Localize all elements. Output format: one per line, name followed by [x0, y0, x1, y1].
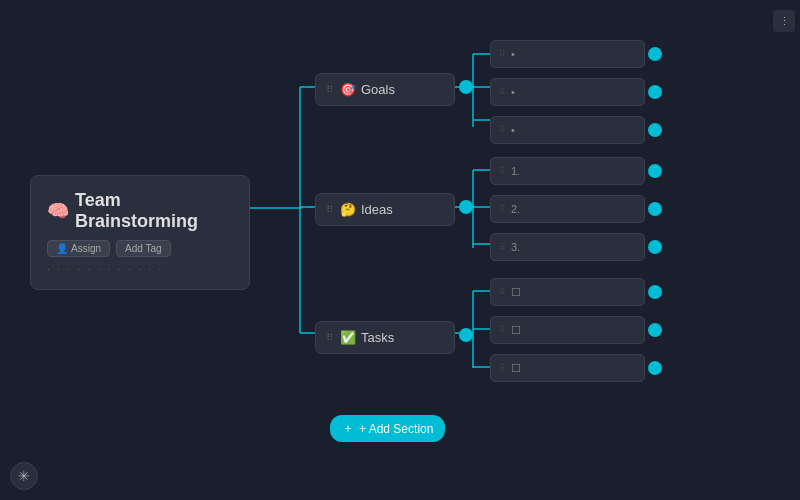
tasks-label: Tasks: [361, 330, 394, 345]
tasks-icon: ✅: [340, 330, 356, 345]
goals-label: Goals: [361, 82, 395, 97]
ideas-connector: [459, 200, 473, 214]
ideas-label: Ideas: [361, 202, 393, 217]
tasks-connector: [459, 328, 473, 342]
goals-child-3[interactable]: ⠿ •: [490, 116, 645, 144]
tasks-child-3[interactable]: ⠿ ☐: [490, 354, 645, 382]
goals-child-1-dot: [648, 47, 662, 61]
goals-child-2-dot: [648, 85, 662, 99]
drag-7: ⠿: [499, 287, 506, 297]
corner-icon: ⋮: [779, 15, 790, 28]
goals-item-3: •: [511, 124, 515, 136]
bottom-toolbar: ✳: [10, 462, 38, 490]
ideas-child-1-dot: [648, 164, 662, 178]
brain-icon: 🧠: [47, 200, 69, 222]
tasks-item-2: ☐: [511, 324, 521, 337]
ideas-icon: 🤔: [340, 202, 356, 217]
tasks-child-1-dot: [648, 285, 662, 299]
section-ideas[interactable]: ⠿ 🤔 Ideas: [315, 193, 455, 226]
drag-5: ⠿: [499, 204, 506, 214]
ideas-child-3[interactable]: ⠿ 3.: [490, 233, 645, 261]
root-dots: · · · · · · · · · · · ·: [47, 263, 233, 275]
tasks-item-3: ☐: [511, 362, 521, 375]
section-tasks[interactable]: ⠿ ✅ Tasks: [315, 321, 455, 354]
add-tag-label: Add Tag: [125, 243, 162, 254]
ideas-child-2[interactable]: ⠿ 2.: [490, 195, 645, 223]
drag-handle-goals: ⠿: [326, 84, 333, 95]
drag-handle-tasks: ⠿: [326, 332, 333, 343]
tasks-child-1[interactable]: ⠿ ☐: [490, 278, 645, 306]
add-tag-button[interactable]: Add Tag: [116, 240, 171, 257]
add-section-button[interactable]: ＋ + Add Section: [330, 415, 445, 442]
goals-item-1: •: [511, 48, 515, 60]
drag-2: ⠿: [499, 87, 506, 97]
root-actions: 👤 Assign Add Tag: [47, 240, 233, 257]
tasks-child-2-dot: [648, 323, 662, 337]
drag-8: ⠿: [499, 325, 506, 335]
drag-9: ⠿: [499, 363, 506, 373]
ideas-child-1[interactable]: ⠿ 1.: [490, 157, 645, 185]
section-goals[interactable]: ⠿ 🎯 Goals: [315, 73, 455, 106]
goals-child-3-dot: [648, 123, 662, 137]
ideas-child-3-dot: [648, 240, 662, 254]
tasks-child-3-dot: [648, 361, 662, 375]
ideas-item-1: 1.: [511, 165, 520, 177]
root-title: 🧠 Team Brainstorming: [47, 190, 233, 232]
sparkle-icon: ✳: [18, 468, 30, 484]
goals-child-1[interactable]: ⠿ •: [490, 40, 645, 68]
assign-icon: 👤: [56, 243, 68, 254]
ideas-child-2-dot: [648, 202, 662, 216]
root-title-text: Team Brainstorming: [75, 190, 233, 232]
canvas: 🧠 Team Brainstorming 👤 Assign Add Tag · …: [0, 0, 800, 500]
tasks-item-1: ☐: [511, 286, 521, 299]
add-section-icon: ＋: [342, 420, 354, 437]
goals-connector: [459, 80, 473, 94]
drag-handle-ideas: ⠿: [326, 204, 333, 215]
goals-icon: 🎯: [340, 82, 356, 97]
assign-label: Assign: [71, 243, 101, 254]
ideas-item-3: 3.: [511, 241, 520, 253]
drag-1: ⠿: [499, 49, 506, 59]
add-section-label: + Add Section: [359, 422, 433, 436]
corner-menu-button[interactable]: ⋮: [773, 10, 795, 32]
tasks-child-2[interactable]: ⠿ ☐: [490, 316, 645, 344]
drag-4: ⠿: [499, 166, 506, 176]
ideas-item-2: 2.: [511, 203, 520, 215]
drag-3: ⠿: [499, 125, 506, 135]
goals-child-2[interactable]: ⠿ •: [490, 78, 645, 106]
goals-item-2: •: [511, 86, 515, 98]
assign-button[interactable]: 👤 Assign: [47, 240, 110, 257]
sparkle-button[interactable]: ✳: [10, 462, 38, 490]
drag-6: ⠿: [499, 242, 506, 252]
root-node: 🧠 Team Brainstorming 👤 Assign Add Tag · …: [30, 175, 250, 290]
